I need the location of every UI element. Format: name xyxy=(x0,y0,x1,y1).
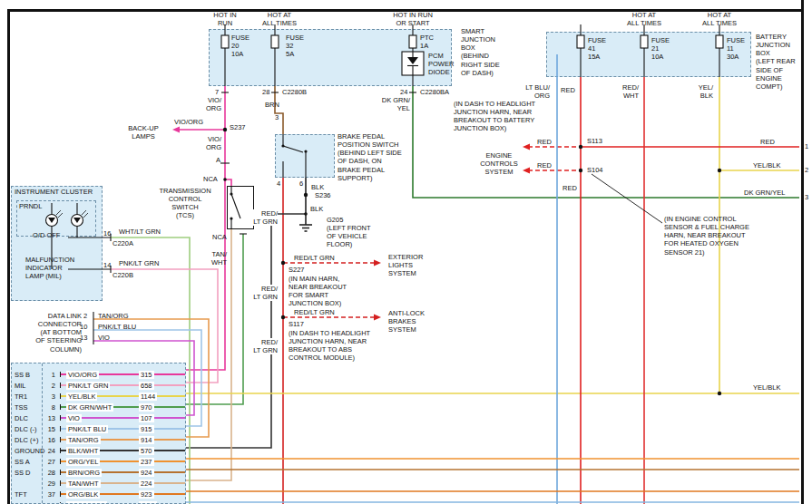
row-wire-name: YEL/BLK xyxy=(66,393,97,401)
red-lt-grn-label-2: RED/ LT GRN xyxy=(252,285,278,301)
row-pin: 16 xyxy=(43,436,55,444)
pnk-lt-grn-label: PNK/LT GRN xyxy=(119,259,159,267)
splice-s113-label: S113 xyxy=(587,137,602,145)
dlc-pin-2: 2 xyxy=(83,312,87,320)
row-name: DLC (+) xyxy=(15,436,38,444)
table-row: TR13YEL/BLK1144 xyxy=(12,391,185,402)
row-pin: 2 xyxy=(43,382,55,390)
splice-s227-label: S227 xyxy=(289,266,305,274)
row-circuit: 658 xyxy=(139,382,154,390)
connector-c220b: C220B xyxy=(113,271,133,279)
red-label-below: RED xyxy=(563,184,577,192)
table-row: TSS8DK GRN/WHT970 xyxy=(12,402,185,412)
pin-7: 7 xyxy=(215,88,219,96)
dlc-wire-tan-org: TAN/ORG xyxy=(98,312,129,320)
edge-num-3: 3 xyxy=(805,193,808,201)
tcs-pin-a: A xyxy=(216,156,220,164)
wht-lt-grn-label: WHT/LT GRN xyxy=(119,228,161,236)
tcs-wire-top-label: VIO/ ORG xyxy=(198,135,221,151)
row-wire-name: TAN/ORG xyxy=(66,436,101,444)
smart-junction-box-label: SMART JUNCTION BOX (BEHIND RIGHT SIDE OF… xyxy=(461,27,500,77)
brake-pedal-switch-box xyxy=(275,134,335,178)
s104-note: (IN ENGINE CONTROL SENSOR & FUEL CHARGE … xyxy=(664,215,749,257)
pcm-connector-rows: SS B1VIO/ORG315MIL2PNK/LT GRN658TR13YEL/… xyxy=(12,369,185,504)
row-name: SS A xyxy=(15,458,30,466)
red-label-lower: RED xyxy=(537,161,552,170)
wire-label-vio-org: VIO/ ORG xyxy=(194,96,221,112)
table-row: GROUND24BLK/WHT570 xyxy=(12,445,185,456)
row-wire-name: PNK/LT BLU xyxy=(66,425,108,433)
row-name: SS B xyxy=(15,371,30,379)
row-circuit: 1144 xyxy=(139,393,157,401)
row-wire-name: DK GRN/WHT xyxy=(66,403,113,412)
wire-label-lt-blu-org: LT BLU/ ORG xyxy=(523,83,550,100)
s113-note: (IN DASH TO HEADLIGHT JUNCTION HARN, NEA… xyxy=(454,100,535,133)
wire-label-yel-blk: YEL/ BLK xyxy=(690,83,713,100)
row-name: DLC xyxy=(15,414,28,422)
table-row: 29TAN/WHT224 xyxy=(12,478,185,489)
tcs-wire-bottom-label: TAN/ WHT xyxy=(203,250,227,267)
table-row: SS A27ORG/YEL237 xyxy=(12,456,185,467)
connector-c220a: C220A xyxy=(113,239,133,247)
table-row: DLC13VIO107 xyxy=(12,412,185,423)
exterior-lights-system-label: EXTERIOR LIGHTS SYSTEM xyxy=(388,253,423,277)
edge-wire-yel-blk-lower: YEL/BLK xyxy=(753,383,780,392)
edge-wire-yel-blk: YEL/BLK xyxy=(753,161,780,170)
table-row: DLC (+)16TAN/ORG914 xyxy=(12,434,185,445)
dlc-pin-13: 13 xyxy=(80,334,87,342)
row-circuit: 970 xyxy=(139,403,154,412)
wiring-diagram: SS B1VIO/ORG315MIL2PNK/LT GRN658TR13YEL/… xyxy=(0,0,812,504)
battery-junction-box-label: BATTERY JUNCTION BOX (LEFT REAR SIDE OF … xyxy=(756,33,801,91)
row-circuit: 570 xyxy=(139,447,154,455)
connector-c2280ba: C2280BA xyxy=(420,88,449,96)
brake-pin-6: 6 xyxy=(299,179,303,188)
row-name: MIL xyxy=(15,382,26,390)
tcs-nca-bottom: NCA xyxy=(212,233,227,241)
row-wire-name: BRN/ORG xyxy=(66,469,102,477)
row-wire-name: PNK/LT GRN xyxy=(66,382,110,390)
dlc-pin-10: 10 xyxy=(80,323,87,331)
feed-hot-at-all-times: HOT AT ALL TIMES xyxy=(256,11,303,27)
edge-wire-dk-grn-yel: DK GRN/YEL xyxy=(744,189,785,197)
wire-label-dk-grn-yel: DK GRN/ YEL xyxy=(374,96,410,112)
table-row: SS B1VIO/ORG315 xyxy=(12,369,185,380)
row-circuit: 237 xyxy=(139,458,154,466)
row-name: TSS xyxy=(15,403,28,412)
row-circuit: 924 xyxy=(139,469,154,477)
row-pin: 1 xyxy=(43,371,55,379)
pin-28: 28 xyxy=(262,88,269,96)
row-name: DLC (-) xyxy=(15,425,37,433)
abs-wire-label: RED/LT GRN xyxy=(294,308,335,316)
red-lt-grn-label-3: RED/ LT GRN xyxy=(252,338,278,354)
od-off-label: O/D OFF xyxy=(33,231,60,239)
backup-wire-label: VIO/ORG xyxy=(174,118,203,126)
red-lt-grn-label-1: RED/ LT GRN xyxy=(252,209,278,226)
feed-hot-at-all-times-3: HOT AT ALL TIMES xyxy=(696,11,743,27)
cluster-pin-16: 16 xyxy=(103,229,111,237)
edge-num-2: 2 xyxy=(805,166,808,174)
wire-vio-org xyxy=(172,86,231,370)
pin-24: 24 xyxy=(400,88,407,96)
row-pin: 3 xyxy=(43,393,55,401)
wire-red xyxy=(523,77,799,504)
feed-hot-in-run: HOT IN RUN xyxy=(204,11,246,27)
tcs-label: TRANSMISSION CONTROL SWITCH (TCS) xyxy=(147,187,223,220)
brake-switch-label: BRAKE PEDAL POSITION SWITCH (BEHIND LEFT… xyxy=(338,132,402,182)
dlc-wire-vio: VIO xyxy=(98,334,110,342)
wire-label-red-wht: RED/ WHT xyxy=(615,83,639,100)
row-circuit: 107 xyxy=(139,414,154,422)
fuse-32-label: FUSE 32 5A xyxy=(286,34,304,58)
row-name: TFT xyxy=(15,490,27,499)
prndl-label: PRNDL xyxy=(19,202,42,210)
row-circuit: 923 xyxy=(139,490,154,499)
anti-lock-brakes-system-label: ANTI-LOCK BRAKES SYSTEM xyxy=(388,309,425,334)
pcm-power-diode-label: PCM POWER DIODE xyxy=(428,52,454,76)
row-name: TR1 xyxy=(15,393,27,401)
row-wire-name: VIO xyxy=(66,414,82,422)
ptc-label: PTC 1A xyxy=(420,34,434,50)
brake-pin-3: 3 xyxy=(275,113,279,121)
feed-hot-at-all-times-2: HOT AT ALL TIMES xyxy=(621,11,668,27)
wire-label-brn: BRN xyxy=(265,101,279,109)
row-name: GROUND xyxy=(15,447,44,455)
fuse-11-label: FUSE 11 30A xyxy=(727,36,745,61)
